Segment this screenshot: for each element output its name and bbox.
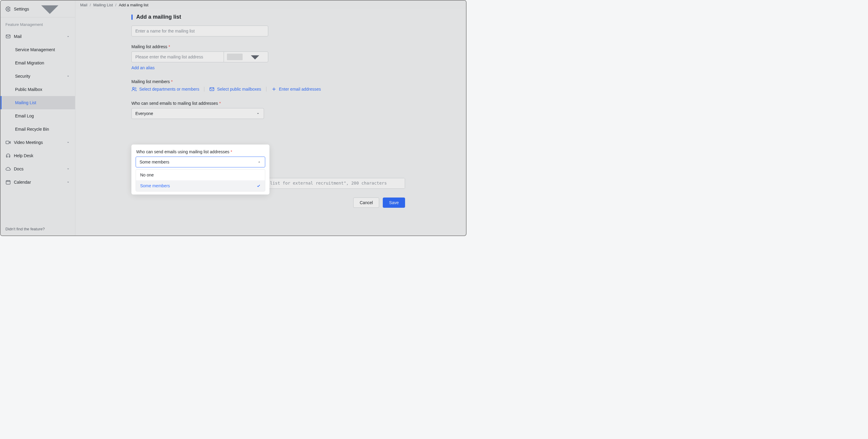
page-title: Add a mailing list [131, 14, 454, 20]
required-mark: * [230, 149, 232, 154]
enter-email-addresses-button[interactable]: Enter email addresses [271, 87, 321, 92]
nav-label: Service Management [15, 47, 55, 52]
who-send-to-label: Who can send emails to mailing list addr… [131, 101, 218, 106]
video-icon [5, 140, 11, 145]
chevron-down-icon [66, 74, 70, 78]
required-mark: * [219, 101, 221, 106]
nav-label: Public Mailbox [15, 87, 42, 92]
chevron-up-icon [257, 160, 261, 164]
nav-label: Email Recycle Bin [15, 127, 49, 132]
sidebar-item-service-management[interactable]: Service Management [1, 43, 75, 56]
action-label: Select departments or members [139, 87, 199, 92]
chevron-down-icon [256, 111, 260, 115]
page-title-text: Add a mailing list [136, 14, 181, 20]
option-label: No one [140, 172, 154, 177]
sidebar-item-mail[interactable]: Mail [1, 30, 75, 43]
nav-label: Mail [14, 34, 22, 39]
chevron-down-icon [66, 140, 70, 144]
required-mark: * [168, 44, 170, 49]
divider [266, 87, 267, 92]
sidebar-item-email-log[interactable]: Email Log [1, 109, 75, 123]
sidebar-header[interactable]: Settings [1, 1, 75, 18]
nav-label: Email Log [15, 113, 34, 118]
sidebar-item-security[interactable]: Security [1, 70, 75, 83]
sidebar-item-calendar[interactable]: Calendar [1, 175, 75, 189]
settings-label: Settings [14, 7, 29, 11]
required-mark: * [171, 79, 173, 84]
gear-icon [5, 6, 11, 12]
breadcrumb-mailing-list[interactable]: Mailing List [93, 3, 113, 7]
save-button[interactable]: Save [383, 198, 405, 208]
nav-label: Help Desk [14, 153, 33, 158]
domain-value-redacted [227, 54, 243, 60]
title-accent-bar [131, 14, 133, 20]
option-label: Some members [140, 183, 170, 188]
chevron-down-icon [245, 47, 265, 67]
svg-point-4 [133, 87, 134, 89]
select-departments-button[interactable]: Select departments or members [131, 87, 199, 92]
sidebar-item-video-meetings[interactable]: Video Meetings [1, 136, 75, 149]
plus-icon [271, 87, 277, 92]
select-public-mailboxes-button[interactable]: Select public mailboxes [209, 87, 261, 92]
add-alias-link[interactable]: Add an alias [131, 65, 155, 70]
who-send-to-select[interactable]: Everyone [131, 108, 264, 119]
svg-rect-2 [6, 141, 9, 144]
svg-rect-3 [6, 181, 10, 184]
focus-highlight-zone: Who can send emails using mailing list a… [131, 144, 270, 195]
domain-select[interactable] [224, 52, 268, 62]
sidebar-item-public-mailbox[interactable]: Public Mailbox [1, 83, 75, 96]
sidebar-item-help-desk[interactable]: Help Desk [1, 149, 75, 162]
action-label: Enter email addresses [279, 87, 321, 92]
sidebar-section-label: Feature Management [1, 18, 75, 30]
address-label: Mailing list address [131, 44, 167, 49]
svg-point-0 [7, 8, 9, 10]
cancel-button[interactable]: Cancel [353, 198, 379, 208]
breadcrumb-sep: / [116, 3, 117, 7]
mail-icon [5, 34, 11, 39]
who-send-using-label: Who can send emails using mailing list a… [136, 149, 229, 154]
sidebar-item-email-migration[interactable]: Email Migration [1, 56, 75, 70]
nav-label: Calendar [14, 180, 31, 184]
who-send-using-select[interactable]: Some members [135, 157, 265, 167]
chevron-down-icon [66, 180, 70, 184]
breadcrumb-current: Add a mailing list [119, 3, 148, 7]
breadcrumb-sep: / [90, 3, 91, 7]
breadcrumb: Mail / Mailing List / Add a mailing list [75, 1, 466, 9]
select-value: Some members [140, 160, 169, 164]
sidebar-item-mailing-list[interactable]: Mailing List [1, 96, 75, 109]
calendar-icon [5, 179, 11, 185]
sidebar-footer-link[interactable]: Didn't find the feature? [1, 223, 75, 235]
select-value: Everyone [135, 111, 153, 116]
nav-label: Docs [14, 167, 24, 171]
people-icon [131, 87, 137, 92]
nav-label: Security [15, 74, 30, 78]
chevron-up-icon [66, 34, 70, 38]
mailing-list-address-input[interactable] [131, 52, 224, 62]
cloud-icon [5, 166, 11, 172]
dropdown-option-noone[interactable]: No one [136, 170, 265, 180]
sidebar-item-docs[interactable]: Docs [1, 162, 75, 175]
sidebar: Settings Feature Management Mail Service… [1, 1, 75, 235]
action-label: Select public mailboxes [217, 87, 261, 92]
breadcrumb-mail[interactable]: Mail [80, 3, 87, 7]
mailing-list-name-input[interactable] [131, 26, 268, 36]
dropdown-option-some-members[interactable]: Some members [136, 180, 265, 191]
check-icon [256, 184, 261, 188]
dropdown-panel: No one Some members [135, 169, 265, 192]
headset-icon [5, 153, 11, 158]
button-label: Save [389, 200, 399, 205]
mailbox-icon [209, 87, 215, 92]
sidebar-item-email-recycle-bin[interactable]: Email Recycle Bin [1, 123, 75, 136]
nav-label: Video Meetings [14, 140, 43, 145]
button-label: Cancel [360, 200, 373, 205]
members-label: Mailing list members [131, 79, 170, 84]
nav-label: Mailing List [15, 100, 36, 105]
chevron-down-icon [66, 167, 70, 171]
nav-label: Email Migration [15, 61, 44, 65]
